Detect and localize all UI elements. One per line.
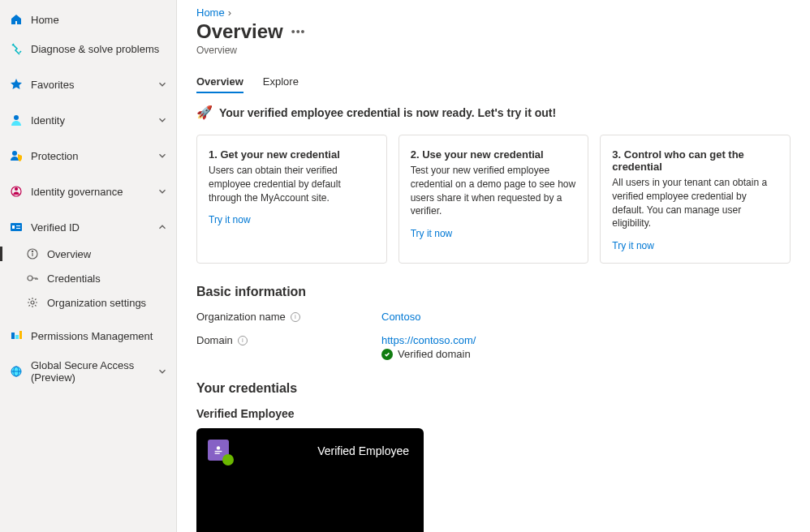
tabs: Overview Explore	[196, 72, 791, 93]
card-desc: Users can obtain their verified employee…	[209, 164, 375, 204]
identity-icon	[10, 114, 23, 127]
card-control-access: 3. Control who can get the credential Al…	[600, 135, 791, 264]
main-content: Home › Overview ••• Overview Overview Ex…	[177, 0, 810, 532]
chevron-down-icon	[157, 150, 168, 161]
svg-point-1	[12, 151, 17, 156]
credential-subtitle: Verified Employee	[196, 407, 791, 420]
tab-overview[interactable]: Overview	[196, 72, 243, 92]
verified-domain-status: Verified domain	[381, 348, 476, 360]
card-desc: All users in your tenant can obtain a ve…	[612, 176, 778, 230]
credential-card-icon	[208, 440, 229, 461]
svg-rect-18	[215, 453, 220, 454]
card-use-credential: 2. Use your new credential Test your new…	[399, 135, 589, 264]
credential-card[interactable]: Verified Employee Contoso	[196, 428, 424, 532]
org-name-row: Organization name i Contoso	[196, 311, 791, 323]
nav-label: Home	[31, 14, 168, 26]
chevron-down-icon	[157, 114, 168, 126]
card-title: 1. Get your new credential	[209, 148, 375, 161]
nav-identity-governance[interactable]: Identity governance	[0, 177, 176, 206]
page-subtitle: Overview	[196, 45, 791, 56]
nav-label: Protection	[31, 150, 157, 162]
ready-banner: 🚀 Your verified employee credential is n…	[196, 105, 791, 120]
breadcrumb-separator: ›	[228, 6, 231, 19]
svg-point-12	[31, 301, 34, 304]
chevron-down-icon	[157, 79, 168, 90]
org-name-value[interactable]: Contoso	[381, 311, 420, 323]
verified-id-icon	[10, 221, 23, 234]
chevron-down-icon	[157, 366, 168, 377]
svg-point-11	[28, 276, 32, 281]
domain-status-text: Verified domain	[398, 348, 471, 360]
onboarding-cards: 1. Get your new credential Users can obt…	[196, 135, 791, 264]
svg-point-0	[14, 115, 19, 120]
nav-label: Organization settings	[47, 297, 168, 309]
svg-rect-17	[215, 451, 222, 452]
nav-diagnose[interactable]: Diagnose & solve problems	[0, 34, 176, 63]
nav-label: Favorites	[31, 79, 157, 91]
nav-label: Permissions Management	[31, 330, 168, 342]
svg-rect-7	[16, 228, 20, 229]
card-try-link[interactable]: Try it now	[411, 228, 453, 239]
card-try-link[interactable]: Try it now	[612, 240, 654, 251]
nav-label: Identity	[31, 114, 157, 127]
page-title: Overview	[196, 20, 283, 43]
nav-permissions-management[interactable]: Permissions Management	[0, 321, 176, 350]
check-icon	[381, 349, 393, 360]
gear-icon	[26, 296, 39, 309]
basic-info-heading: Basic information	[196, 285, 791, 299]
tab-explore[interactable]: Explore	[263, 72, 299, 92]
svg-point-3	[15, 188, 18, 191]
breadcrumb: Home ›	[196, 6, 791, 19]
svg-rect-5	[12, 225, 15, 229]
info-icon[interactable]: i	[238, 336, 248, 345]
nav-sub-overview[interactable]: Overview	[0, 242, 176, 266]
nav-label: Overview	[47, 248, 168, 260]
card-get-credential: 1. Get your new credential Users can obt…	[196, 135, 387, 264]
key-icon	[26, 272, 39, 285]
nav-global-secure-access[interactable]: Global Secure Access (Preview)	[0, 357, 176, 386]
info-icon[interactable]: i	[291, 312, 300, 322]
svg-point-16	[217, 446, 220, 449]
svg-point-10	[32, 251, 32, 251]
nav-identity[interactable]: Identity	[0, 105, 176, 135]
nav-label: Verified ID	[31, 221, 157, 234]
breadcrumb-home[interactable]: Home	[196, 6, 225, 19]
diagnose-icon	[10, 42, 23, 55]
org-name-label: Organization name	[196, 311, 286, 323]
card-desc: Test your new verified employee credenti…	[411, 164, 577, 218]
sidebar: Home Diagnose & solve problems Favorites…	[0, 0, 177, 532]
chevron-up-icon	[157, 221, 168, 233]
info-icon	[26, 247, 39, 260]
protection-icon	[10, 149, 23, 162]
nav-label: Identity governance	[31, 186, 157, 198]
star-icon	[10, 78, 23, 91]
governance-icon	[10, 185, 23, 198]
svg-rect-6	[16, 225, 20, 226]
domain-label: Domain	[196, 334, 233, 346]
domain-value[interactable]: https://contoso.com/	[381, 334, 476, 346]
nav-label: Global Secure Access (Preview)	[31, 359, 157, 384]
globe-icon	[10, 365, 23, 378]
nav-label: Credentials	[47, 272, 168, 285]
permissions-icon	[10, 329, 23, 342]
banner-text: Your verified employee credential is now…	[219, 106, 556, 119]
rocket-icon: 🚀	[196, 105, 213, 120]
nav-protection[interactable]: Protection	[0, 141, 176, 170]
card-title: 2. Use your new credential	[411, 148, 577, 161]
home-icon	[10, 13, 23, 26]
domain-row: Domain i https://contoso.com/ Verified d…	[196, 334, 791, 360]
nav-home[interactable]: Home	[0, 5, 176, 34]
nav-sub-org-settings[interactable]: Organization settings	[0, 290, 176, 315]
credential-card-title: Verified Employee	[317, 444, 409, 457]
card-title: 3. Control who can get the credential	[612, 148, 778, 173]
nav-sub-credentials[interactable]: Credentials	[0, 266, 176, 290]
card-try-link[interactable]: Try it now	[209, 214, 251, 225]
credentials-heading: Your credentials	[196, 381, 791, 396]
nav-favorites[interactable]: Favorites	[0, 70, 176, 99]
chevron-down-icon	[157, 186, 168, 197]
nav-label: Diagnose & solve problems	[31, 43, 168, 55]
nav-verified-id[interactable]: Verified ID	[0, 212, 176, 242]
more-icon[interactable]: •••	[291, 25, 306, 38]
